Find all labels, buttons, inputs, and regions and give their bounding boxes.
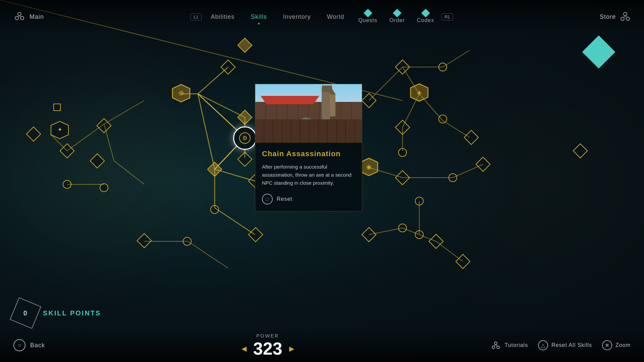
- tab-world[interactable]: World: [320, 11, 351, 23]
- reset-label: Reset: [277, 196, 292, 202]
- skill-node[interactable]: [575, 145, 586, 156]
- svg-text:✦: ✦: [57, 126, 62, 133]
- skill-popup-image: [255, 84, 362, 143]
- store-icon: [620, 11, 631, 22]
- main-nav-label: Main: [30, 13, 44, 20]
- top-navigation: Main L1 Abilities Skills Inventory World…: [0, 0, 644, 34]
- skill-node[interactable]: [239, 112, 250, 123]
- r-button-icon: R: [602, 340, 612, 350]
- skill-node-large[interactable]: ◉: [360, 158, 378, 178]
- power-display: ◀ 323 ▶: [241, 340, 294, 357]
- svg-point-50: [624, 12, 627, 16]
- tab-abilities[interactable]: Abilities: [204, 11, 241, 23]
- selected-skill-node[interactable]: ⚙: [233, 126, 257, 150]
- nav-center: L1 Abilities Skills Inventory World Ques…: [44, 9, 600, 25]
- dock-awning: [261, 96, 319, 104]
- skill-node-large[interactable]: ⊕: [172, 84, 191, 104]
- tutorials-label: Tutorials: [504, 342, 528, 348]
- skill-node[interactable]: [53, 104, 61, 111]
- skill-node[interactable]: [466, 132, 477, 143]
- skill-node[interactable]: [364, 95, 374, 106]
- power-right-arrow[interactable]: ▶: [289, 345, 294, 353]
- skill-node[interactable]: [397, 172, 408, 183]
- skill-node-large[interactable]: ◈: [410, 83, 429, 103]
- nav-right: Store: [600, 11, 631, 22]
- skill-node[interactable]: [239, 40, 250, 51]
- svg-text:◈: ◈: [417, 89, 422, 96]
- skill-node-large[interactable]: ✦: [50, 121, 69, 141]
- store-label[interactable]: Store: [600, 13, 616, 20]
- skill-node[interactable]: [431, 236, 441, 247]
- power-left-arrow[interactable]: ◀: [241, 345, 247, 353]
- skill-node[interactable]: [438, 63, 447, 71]
- svg-point-56: [492, 346, 495, 349]
- skill-node[interactable]: [478, 159, 488, 170]
- svg-line-58: [494, 345, 496, 346]
- svg-point-55: [494, 342, 497, 345]
- skill-node[interactable]: [239, 154, 250, 165]
- skill-node[interactable]: [28, 129, 39, 139]
- skill-node[interactable]: [458, 256, 468, 267]
- skill-popup-title: Chain Assassination: [262, 149, 355, 158]
- skill-popup: Chain Assassination After performing a s…: [255, 84, 362, 212]
- skill-node[interactable]: [364, 229, 374, 240]
- reset-all-label: Reset All Skills: [551, 342, 592, 348]
- triangle-button-icon: △: [538, 340, 548, 350]
- l1-button[interactable]: L1: [191, 13, 201, 20]
- svg-text:⚙: ⚙: [242, 135, 248, 141]
- skill-node[interactable]: [397, 122, 408, 133]
- skill-points-value: 0: [23, 309, 27, 317]
- skill-node[interactable]: [92, 156, 103, 166]
- skill-node[interactable]: [398, 224, 407, 232]
- tab-order[interactable]: Order: [385, 9, 410, 25]
- svg-text:⊕: ⊕: [178, 89, 184, 97]
- skill-points-label: SKILL POINTS: [43, 309, 101, 317]
- svg-line-59: [496, 345, 497, 346]
- skill-node[interactable]: [99, 120, 109, 131]
- skill-popup-action: □ Reset: [262, 194, 355, 204]
- skill-node[interactable]: [63, 180, 71, 189]
- zoom-action[interactable]: R Zoom: [602, 340, 631, 350]
- main-icon: [13, 11, 25, 23]
- skill-node[interactable]: [448, 173, 457, 182]
- bottom-left: ○ Back: [13, 339, 45, 351]
- bottom-right: Tutorials △ Reset All Skills R Zoom: [490, 340, 631, 351]
- skill-node[interactable]: [398, 148, 407, 157]
- bottom-center: POWER ◀ 323 ▶: [241, 333, 294, 357]
- skill-node[interactable]: [209, 164, 220, 175]
- back-button-icon[interactable]: ○: [13, 339, 25, 351]
- skill-node[interactable]: [397, 62, 408, 72]
- tab-quests[interactable]: Quests: [354, 9, 382, 25]
- svg-point-57: [497, 346, 499, 349]
- skill-node[interactable]: [438, 115, 447, 123]
- skill-node[interactable]: [210, 205, 219, 214]
- skill-node[interactable]: [415, 197, 424, 205]
- zoom-label: Zoom: [615, 342, 631, 348]
- skill-points-hexagon: 0: [10, 297, 41, 329]
- reset-all-action[interactable]: △ Reset All Skills: [538, 340, 592, 350]
- reset-button-icon[interactable]: □: [262, 194, 273, 204]
- tab-codex[interactable]: Codex: [412, 9, 439, 25]
- r1-button[interactable]: R1: [441, 13, 453, 20]
- svg-point-47: [20, 16, 24, 20]
- skill-node[interactable]: [139, 235, 150, 246]
- back-label[interactable]: Back: [30, 342, 45, 349]
- svg-text:◉: ◉: [366, 164, 372, 170]
- power-value: 323: [253, 340, 282, 357]
- skill-node[interactable]: [223, 62, 233, 72]
- skill-points-panel: 0 SKILL POINTS: [13, 301, 101, 325]
- skill-node[interactable]: [415, 230, 424, 239]
- nav-left: Main: [13, 11, 44, 23]
- tutorials-action[interactable]: Tutorials: [490, 340, 528, 351]
- skill-popup-description: After performing a successful assassinat…: [262, 163, 355, 187]
- svg-point-51: [621, 17, 624, 20]
- svg-point-45: [18, 12, 21, 16]
- skill-node[interactable]: [100, 183, 108, 192]
- skill-node[interactable]: [250, 229, 261, 240]
- skill-node[interactable]: [62, 145, 72, 156]
- bottom-bar: ○ Back POWER ◀ 323 ▶ Tutorials △ Res: [0, 328, 644, 362]
- skill-node[interactable]: [183, 237, 192, 246]
- tab-inventory[interactable]: Inventory: [276, 11, 318, 23]
- tutorials-icon: [490, 340, 501, 351]
- tab-skills[interactable]: Skills: [244, 11, 274, 23]
